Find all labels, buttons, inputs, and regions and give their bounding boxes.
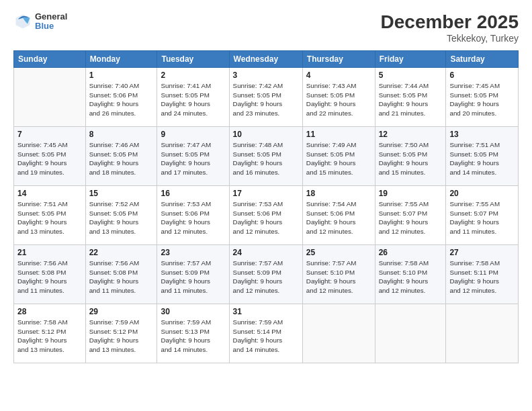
day-info: Sunrise: 7:45 AM Sunset: 5:05 PM Dayligh…: [17, 140, 82, 177]
day-number: 27: [449, 248, 515, 257]
subtitle: Tekkekoy, Turkey: [381, 33, 519, 44]
calendar-day-cell: [446, 304, 519, 363]
day-number: 12: [379, 130, 443, 139]
day-info: Sunrise: 7:52 AM Sunset: 5:05 PM Dayligh…: [89, 199, 154, 236]
day-number: 8: [89, 130, 154, 139]
weekday-header: Monday: [85, 50, 157, 67]
logo-icon: [13, 12, 32, 31]
day-info: Sunrise: 7:57 AM Sunset: 5:10 PM Dayligh…: [306, 259, 371, 295]
logo-line2: Blue: [35, 21, 67, 31]
calendar-day-cell: 28Sunrise: 7:58 AM Sunset: 5:12 PM Dayli…: [14, 304, 86, 363]
day-number: 29: [89, 307, 154, 316]
calendar-day-cell: 23Sunrise: 7:57 AM Sunset: 5:09 PM Dayli…: [157, 244, 229, 304]
calendar-day-cell: 18Sunrise: 7:54 AM Sunset: 5:06 PM Dayli…: [302, 185, 375, 244]
day-number: 14: [17, 189, 82, 198]
calendar-day-cell: 10Sunrise: 7:48 AM Sunset: 5:05 PM Dayli…: [229, 126, 302, 185]
day-number: 11: [306, 130, 371, 139]
calendar-day-cell: 25Sunrise: 7:57 AM Sunset: 5:10 PM Dayli…: [302, 244, 375, 304]
calendar-table: SundayMondayTuesdayWednesdayThursdayFrid…: [13, 50, 519, 363]
calendar-day-cell: 7Sunrise: 7:45 AM Sunset: 5:05 PM Daylig…: [14, 126, 86, 185]
day-info: Sunrise: 7:53 AM Sunset: 5:06 PM Dayligh…: [233, 199, 299, 236]
logo-line1: General: [35, 12, 67, 21]
day-info: Sunrise: 7:46 AM Sunset: 5:05 PM Dayligh…: [89, 140, 154, 177]
calendar-day-cell: 15Sunrise: 7:52 AM Sunset: 5:05 PM Dayli…: [85, 185, 157, 244]
day-number: 26: [379, 248, 443, 257]
day-info: Sunrise: 7:59 AM Sunset: 5:12 PM Dayligh…: [89, 318, 154, 355]
day-number: 1: [89, 71, 154, 80]
weekday-header: Thursday: [302, 50, 375, 67]
calendar-day-cell: 12Sunrise: 7:50 AM Sunset: 5:05 PM Dayli…: [375, 126, 446, 185]
calendar-day-cell: 29Sunrise: 7:59 AM Sunset: 5:12 PM Dayli…: [85, 304, 157, 363]
day-number: 13: [449, 130, 515, 139]
calendar-day-cell: 26Sunrise: 7:58 AM Sunset: 5:10 PM Dayli…: [375, 244, 446, 304]
day-number: 28: [17, 307, 82, 316]
weekday-row: SundayMondayTuesdayWednesdayThursdayFrid…: [14, 50, 519, 67]
weekday-header: Saturday: [446, 50, 519, 67]
calendar-week-row: 7Sunrise: 7:45 AM Sunset: 5:05 PM Daylig…: [14, 126, 519, 185]
day-number: 16: [161, 189, 225, 198]
day-info: Sunrise: 7:56 AM Sunset: 5:08 PM Dayligh…: [17, 259, 82, 295]
day-number: 24: [233, 248, 299, 257]
day-number: 6: [449, 71, 515, 80]
calendar-day-cell: 17Sunrise: 7:53 AM Sunset: 5:06 PM Dayli…: [229, 185, 302, 244]
calendar-day-cell: [14, 67, 86, 126]
day-number: 2: [161, 71, 225, 80]
weekday-header: Sunday: [14, 50, 86, 67]
day-info: Sunrise: 7:53 AM Sunset: 5:06 PM Dayligh…: [161, 199, 225, 236]
calendar-week-row: 14Sunrise: 7:51 AM Sunset: 5:05 PM Dayli…: [14, 185, 519, 244]
page: General Blue December 2025 Tekkekoy, Tur…: [0, 0, 532, 411]
day-info: Sunrise: 7:57 AM Sunset: 5:09 PM Dayligh…: [161, 259, 225, 295]
day-info: Sunrise: 7:44 AM Sunset: 5:05 PM Dayligh…: [379, 81, 443, 118]
calendar-day-cell: 2Sunrise: 7:41 AM Sunset: 5:05 PM Daylig…: [157, 67, 229, 126]
calendar-week-row: 21Sunrise: 7:56 AM Sunset: 5:08 PM Dayli…: [14, 244, 519, 304]
day-number: 30: [161, 307, 225, 316]
calendar-week-row: 28Sunrise: 7:58 AM Sunset: 5:12 PM Dayli…: [14, 304, 519, 363]
day-number: 22: [89, 248, 154, 257]
calendar-day-cell: 19Sunrise: 7:55 AM Sunset: 5:07 PM Dayli…: [375, 185, 446, 244]
month-title: December 2025: [381, 12, 519, 33]
day-info: Sunrise: 7:45 AM Sunset: 5:05 PM Dayligh…: [449, 81, 515, 118]
calendar-day-cell: [375, 304, 446, 363]
day-number: 7: [17, 130, 82, 139]
calendar-day-cell: 13Sunrise: 7:51 AM Sunset: 5:05 PM Dayli…: [446, 126, 519, 185]
calendar-day-cell: 20Sunrise: 7:55 AM Sunset: 5:07 PM Dayli…: [446, 185, 519, 244]
title-block: December 2025 Tekkekoy, Turkey: [381, 12, 519, 44]
day-info: Sunrise: 7:41 AM Sunset: 5:05 PM Dayligh…: [161, 81, 225, 118]
day-info: Sunrise: 7:51 AM Sunset: 5:05 PM Dayligh…: [17, 199, 82, 236]
day-info: Sunrise: 7:40 AM Sunset: 5:06 PM Dayligh…: [89, 81, 154, 118]
logo: General Blue: [13, 12, 67, 32]
day-info: Sunrise: 7:58 AM Sunset: 5:12 PM Dayligh…: [17, 318, 82, 355]
calendar-day-cell: 31Sunrise: 7:59 AM Sunset: 5:14 PM Dayli…: [229, 304, 302, 363]
day-number: 18: [306, 189, 371, 198]
day-number: 21: [17, 248, 82, 257]
calendar-header: SundayMondayTuesdayWednesdayThursdayFrid…: [14, 50, 519, 67]
day-info: Sunrise: 7:58 AM Sunset: 5:10 PM Dayligh…: [379, 259, 443, 295]
day-info: Sunrise: 7:55 AM Sunset: 5:07 PM Dayligh…: [379, 199, 443, 236]
day-number: 19: [379, 189, 443, 198]
day-number: 4: [306, 71, 371, 80]
logo-text: General Blue: [35, 12, 67, 32]
calendar-day-cell: 8Sunrise: 7:46 AM Sunset: 5:05 PM Daylig…: [85, 126, 157, 185]
header: General Blue December 2025 Tekkekoy, Tur…: [13, 12, 519, 44]
calendar-day-cell: 24Sunrise: 7:57 AM Sunset: 5:09 PM Dayli…: [229, 244, 302, 304]
day-info: Sunrise: 7:59 AM Sunset: 5:13 PM Dayligh…: [161, 318, 225, 355]
day-info: Sunrise: 7:50 AM Sunset: 5:05 PM Dayligh…: [379, 140, 443, 177]
weekday-header: Tuesday: [157, 50, 229, 67]
calendar-day-cell: [302, 304, 375, 363]
day-info: Sunrise: 7:47 AM Sunset: 5:05 PM Dayligh…: [161, 140, 225, 177]
day-info: Sunrise: 7:59 AM Sunset: 5:14 PM Dayligh…: [233, 318, 299, 355]
day-number: 15: [89, 189, 154, 198]
day-info: Sunrise: 7:58 AM Sunset: 5:11 PM Dayligh…: [449, 259, 515, 295]
calendar-body: 1Sunrise: 7:40 AM Sunset: 5:06 PM Daylig…: [14, 67, 519, 363]
calendar-day-cell: 1Sunrise: 7:40 AM Sunset: 5:06 PM Daylig…: [85, 67, 157, 126]
day-info: Sunrise: 7:49 AM Sunset: 5:05 PM Dayligh…: [306, 140, 371, 177]
day-number: 20: [449, 189, 515, 198]
day-number: 17: [233, 189, 299, 198]
day-info: Sunrise: 7:43 AM Sunset: 5:05 PM Dayligh…: [306, 81, 371, 118]
day-info: Sunrise: 7:57 AM Sunset: 5:09 PM Dayligh…: [233, 259, 299, 295]
weekday-header: Friday: [375, 50, 446, 67]
calendar-day-cell: 27Sunrise: 7:58 AM Sunset: 5:11 PM Dayli…: [446, 244, 519, 304]
calendar-day-cell: 21Sunrise: 7:56 AM Sunset: 5:08 PM Dayli…: [14, 244, 86, 304]
day-info: Sunrise: 7:54 AM Sunset: 5:06 PM Dayligh…: [306, 199, 371, 236]
calendar-day-cell: 6Sunrise: 7:45 AM Sunset: 5:05 PM Daylig…: [446, 67, 519, 126]
